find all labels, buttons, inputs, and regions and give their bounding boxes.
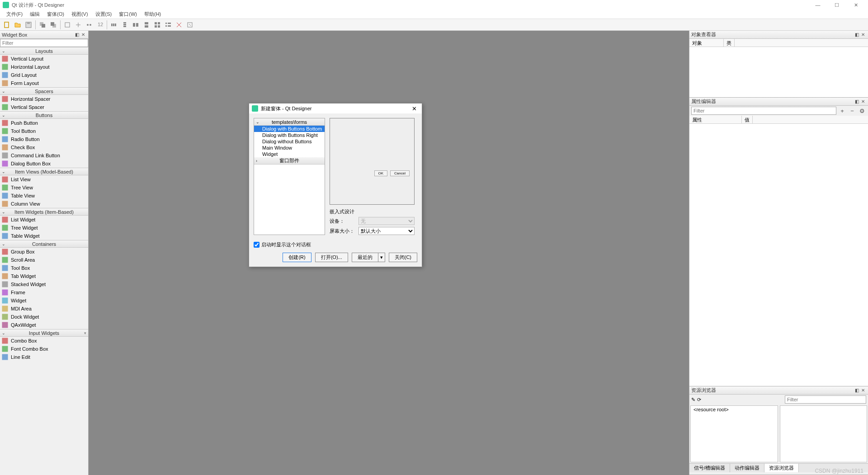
dock-float-icon[interactable]: ◧ — [854, 32, 860, 38]
layout-form-icon[interactable] — [163, 20, 173, 30]
edit-signals-icon[interactable] — [73, 20, 83, 30]
resource-filter[interactable] — [785, 395, 866, 404]
template-item[interactable]: Dialog without Buttons — [254, 138, 325, 145]
break-layout-icon[interactable] — [174, 20, 184, 30]
widget-item[interactable]: Column View — [0, 200, 88, 208]
widget-item[interactable]: Scroll Area — [0, 256, 88, 264]
menu-view[interactable]: 视图(V) — [68, 10, 92, 19]
edit-widgets-icon[interactable] — [62, 20, 72, 30]
widget-item[interactable]: MDI Area — [0, 305, 88, 313]
menu-help[interactable]: 帮助(H) — [141, 10, 165, 19]
dialog-close-icon[interactable]: ✕ — [409, 104, 419, 113]
widget-item[interactable]: Group Box — [0, 248, 88, 256]
widget-item[interactable]: Push Button — [0, 119, 88, 127]
widget-item[interactable]: Combo Box — [0, 337, 88, 345]
widget-item[interactable]: Dock Widget — [0, 313, 88, 321]
layout-v-icon[interactable] — [120, 20, 130, 30]
size-select[interactable]: 默认大小 — [359, 227, 415, 235]
add-property-icon[interactable]: + — [838, 107, 846, 115]
layout-h-icon[interactable] — [109, 20, 119, 30]
edit-tab-order-icon[interactable]: 12 — [95, 20, 105, 30]
widget-item[interactable]: Font Combo Box — [0, 345, 88, 353]
object-col[interactable]: 对象 — [689, 39, 724, 47]
widget-item[interactable]: List View — [0, 175, 88, 183]
resource-root[interactable]: <resource root> — [693, 407, 775, 412]
tab-signal-slot[interactable]: 信号/槽编辑器 — [689, 464, 730, 472]
save-file-icon[interactable] — [24, 20, 33, 30]
widget-item[interactable]: Table Widget — [0, 232, 88, 240]
widget-item[interactable]: Grid Layout — [0, 71, 88, 79]
template-tree[interactable]: ⌄templates\forms Dialog with Buttons Bot… — [254, 118, 325, 235]
widget-item[interactable]: Dialog Button Box — [0, 160, 88, 168]
close-button[interactable]: ✕ — [846, 0, 865, 10]
menu-window[interactable]: 窗口(W) — [115, 10, 141, 19]
widget-item[interactable]: Radio Button — [0, 135, 88, 143]
widget-category[interactable]: ⌄Item Widgets (Item-Based) — [0, 208, 88, 216]
widget-item[interactable]: Tree Widget — [0, 224, 88, 232]
new-file-icon[interactable] — [2, 20, 12, 30]
dock-close-icon[interactable]: ✕ — [80, 32, 86, 38]
template-item[interactable]: Dialog with Buttons Right — [254, 132, 325, 138]
tree-footer[interactable]: 窗口部件 — [279, 157, 299, 164]
property-col[interactable]: 属性 — [689, 116, 742, 123]
template-item[interactable]: Dialog with Buttons Bottom — [254, 126, 325, 132]
edit-resource-icon[interactable]: ✎ — [691, 397, 695, 403]
create-button[interactable]: 创建(R) — [283, 253, 311, 262]
send-back-icon[interactable] — [38, 20, 47, 30]
widget-box-list[interactable]: ⌄LayoutsVertical LayoutHorizontal Layout… — [0, 47, 88, 475]
adjust-size-icon[interactable] — [185, 20, 195, 30]
settings-icon[interactable]: ⚙ — [858, 107, 866, 115]
dock-float-icon[interactable]: ◧ — [74, 32, 80, 38]
template-item[interactable]: Main Window — [254, 145, 325, 151]
tab-resource-browser[interactable]: 资源浏览器 — [764, 464, 799, 472]
dock-float-icon[interactable]: ◧ — [854, 99, 860, 105]
widget-category[interactable]: ⌄Spacers — [0, 87, 88, 95]
tab-action-editor[interactable]: 动作编辑器 — [730, 464, 764, 472]
resource-tree[interactable]: <resource root> — [690, 405, 778, 462]
show-on-startup-checkbox[interactable] — [254, 242, 259, 248]
property-filter[interactable] — [691, 107, 836, 115]
widget-item[interactable]: Form Layout — [0, 79, 88, 87]
widget-category[interactable]: ⌄Layouts — [0, 47, 88, 55]
menu-file[interactable]: 文件(F) — [3, 10, 26, 19]
dock-close-icon[interactable]: ✕ — [860, 32, 866, 38]
widget-item[interactable]: Vertical Spacer — [0, 103, 88, 111]
widget-item[interactable]: List Widget — [0, 216, 88, 224]
widget-item[interactable]: Tab Widget — [0, 272, 88, 280]
dock-close-icon[interactable]: ✕ — [860, 387, 866, 394]
widget-item[interactable]: Vertical Layout — [0, 55, 88, 63]
widget-item[interactable]: Horizontal Spacer — [0, 95, 88, 103]
widget-item[interactable]: Check Box — [0, 143, 88, 151]
dock-close-icon[interactable]: ✕ — [860, 99, 866, 105]
widget-category[interactable]: ⌄Item Views (Model-Based) — [0, 168, 88, 175]
widget-item[interactable]: Stacked Widget — [0, 280, 88, 288]
widget-category[interactable]: ⌄Containers — [0, 240, 88, 248]
widget-category[interactable]: ⌄Buttons — [0, 111, 88, 119]
bring-front-icon[interactable] — [48, 20, 58, 30]
edit-buddies-icon[interactable] — [84, 20, 94, 30]
widget-item[interactable]: Horizontal Layout — [0, 63, 88, 71]
menu-form[interactable]: 窗体(O) — [43, 10, 68, 19]
dock-float-icon[interactable]: ◧ — [854, 387, 860, 394]
widget-item[interactable]: Table View — [0, 192, 88, 200]
recent-button[interactable]: 最近的 — [352, 253, 378, 262]
open-button[interactable]: 打开(O)... — [315, 253, 348, 262]
maximize-button[interactable]: ☐ — [827, 0, 846, 10]
open-file-icon[interactable] — [13, 20, 23, 30]
layout-hsplit-icon[interactable] — [131, 20, 141, 30]
template-item[interactable]: Widget — [254, 151, 325, 157]
minimize-button[interactable]: — — [808, 0, 827, 10]
recent-dropdown-icon[interactable]: ▾ — [378, 253, 385, 262]
reload-icon[interactable]: ⟳ — [697, 397, 701, 403]
close-dialog-button[interactable]: 关闭(C) — [389, 253, 417, 262]
widget-item[interactable]: Tree View — [0, 183, 88, 192]
widget-item[interactable]: Line Edit — [0, 353, 88, 361]
layout-grid-icon[interactable] — [152, 20, 162, 30]
remove-property-icon[interactable]: − — [848, 107, 856, 115]
widget-item[interactable]: Tool Button — [0, 127, 88, 135]
widget-box-filter[interactable] — [0, 39, 88, 47]
tree-header[interactable]: templates\forms — [272, 119, 307, 125]
widget-item[interactable]: QAxWidget — [0, 321, 88, 329]
widget-item[interactable]: Widget — [0, 296, 88, 305]
widget-item[interactable]: Frame — [0, 288, 88, 296]
